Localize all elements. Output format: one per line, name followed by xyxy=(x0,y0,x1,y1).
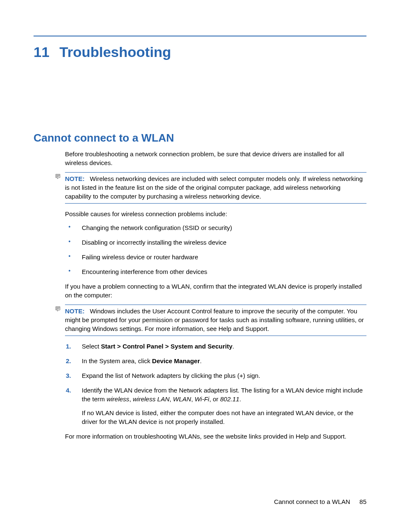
note-box: NOTE: Windows includes the User Account … xyxy=(65,305,366,336)
list-item: Changing the network configuration (SSID… xyxy=(65,223,366,232)
causes-list: Changing the network configuration (SSID… xyxy=(65,223,366,276)
causes-intro: Possible causes for wireless connection … xyxy=(65,209,366,218)
chapter-title-text: Troubleshooting xyxy=(60,44,171,60)
list-item: Disabling or incorrectly installing the … xyxy=(65,238,366,247)
step-item: 3. Expand the list of Network adapters b… xyxy=(65,371,366,380)
step-number: 4. xyxy=(66,386,71,395)
note-label: NOTE: xyxy=(65,307,85,315)
note-text: Wireless networking devices are included… xyxy=(65,175,363,200)
confirm-paragraph: If you have a problem connecting to a WL… xyxy=(65,282,366,300)
note-label: NOTE: xyxy=(65,175,85,182)
note-text: Windows includes the User Account Contro… xyxy=(65,307,364,332)
note-box: NOTE: Wireless networking devices are in… xyxy=(65,172,366,204)
step-number: 3. xyxy=(66,371,71,380)
intro-paragraph: Before troubleshooting a network connect… xyxy=(65,150,366,167)
step-item: 4. Identify the WLAN device from the Net… xyxy=(65,386,366,426)
step-number: 2. xyxy=(66,356,71,365)
steps-list: 1. Select Start > Control Panel > System… xyxy=(65,342,366,426)
page-footer: Cannot connect to a WLAN 85 xyxy=(274,498,366,505)
section-heading: Cannot connect to a WLAN xyxy=(34,132,366,145)
list-item: Failing wireless device or router hardwa… xyxy=(65,253,366,261)
footer-section-title: Cannot connect to a WLAN xyxy=(274,498,350,505)
note-icon xyxy=(55,173,62,182)
step-substep: If no WLAN device is listed, either the … xyxy=(82,408,366,426)
chapter-heading: 11Troubleshooting xyxy=(34,44,366,60)
list-item: Encountering interference from other dev… xyxy=(65,267,366,276)
note-icon xyxy=(55,306,62,315)
closing-paragraph: For more information on troubleshooting … xyxy=(65,432,366,441)
footer-page-number: 85 xyxy=(359,498,366,505)
step-number: 1. xyxy=(66,342,71,351)
step-item: 1. Select Start > Control Panel > System… xyxy=(65,342,366,351)
step-item: 2. In the System area, click Device Mana… xyxy=(65,356,366,365)
chapter-number: 11 xyxy=(34,44,49,60)
